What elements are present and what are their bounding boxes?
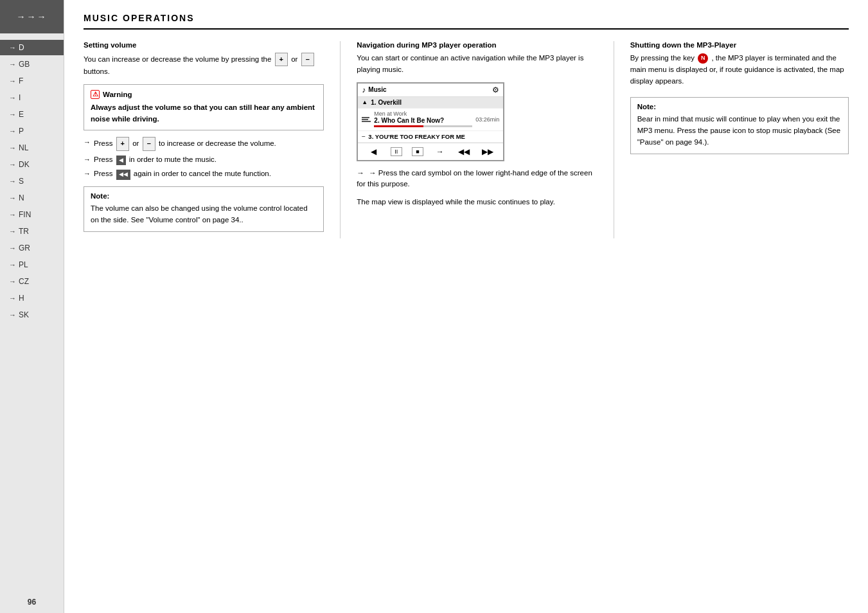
mute-icon: ◀ <box>116 155 126 166</box>
note-box-left: Note: The volume can also be changed usi… <box>84 186 324 232</box>
track2-progress-bar <box>374 125 472 127</box>
mp3-screen: ♪ Music ⚙ ▲ 1. Overkill <box>357 82 504 161</box>
sidebar-label-s: S <box>19 177 24 186</box>
key-icon: N <box>698 53 708 64</box>
sidebar-arrow-h: → <box>9 294 16 302</box>
nav-press-detail: → Press the card symbol on the lower rig… <box>357 169 592 188</box>
sidebar-label-f: F <box>19 76 23 85</box>
sidebar-arrow-gb: → <box>9 60 16 68</box>
sidebar-arrow-e: → <box>9 111 16 118</box>
track2-progress-fill <box>374 125 423 127</box>
intro-text: You can increase or decrease the volume … <box>84 55 271 63</box>
page: →→→ → D → GB → F → I → E → <box>0 0 868 613</box>
sidebar-header: →→→ <box>0 0 64 33</box>
nav-map-text: The map view is displayed while the musi… <box>357 197 597 208</box>
note-text-left: The volume can also be changed using the… <box>91 203 317 226</box>
sidebar-item-gr[interactable]: → GR <box>0 240 64 256</box>
mute-cancel-icon: ◀◀ <box>116 170 130 180</box>
sidebar-label-e: E <box>19 110 24 119</box>
sidebar-item-fin[interactable]: → FIN <box>0 207 64 222</box>
sidebar-label-dk: DK <box>19 160 30 169</box>
col-divider-1 <box>340 41 341 238</box>
sidebar-arrow-sk: → <box>9 311 16 319</box>
columns: Setting volume You can increase or decre… <box>84 41 849 238</box>
sidebar-item-dk[interactable]: → DK <box>0 157 64 172</box>
note-title-right: Note: <box>637 103 842 111</box>
sidebar-item-gb[interactable]: → GB <box>0 57 64 72</box>
sidebar-nav: → D → GB → F → I → E → P <box>0 33 64 323</box>
eq-bar-2 <box>362 119 368 120</box>
mp3-track1: ▲ 1. Overkill <box>358 97 503 109</box>
track2-time: 03:26min <box>475 116 499 123</box>
next-track-btn[interactable]: → <box>433 146 447 157</box>
nav-press-text: → → Press the card symbol on the lower r… <box>357 168 597 191</box>
col-right: Shutting down the MP3-Player By pressing… <box>630 41 849 238</box>
sidebar-arrow-f: → <box>9 77 16 85</box>
sidebar-label-gb: GB <box>19 60 30 69</box>
bullet-2-text: Press ◀ in order to mute the music. <box>94 154 217 166</box>
note-text-right: Bear in mind that music will continue to… <box>637 114 842 148</box>
sidebar-arrow-s: → <box>9 177 16 185</box>
mp3-controls: ◀ II ■ → ◀◀ ▶▶ <box>358 143 503 160</box>
track2-artist: Men at Work <box>374 111 472 117</box>
sidebar-label-cz: CZ <box>19 277 29 286</box>
warning-icon: ⚠ <box>91 90 100 99</box>
pause-btn[interactable]: II <box>391 147 402 156</box>
press-minus-btn[interactable]: – <box>143 137 155 150</box>
sidebar-item-i[interactable]: → I <box>0 90 64 105</box>
setting-volume-intro: You can increase or decrease the volume … <box>84 53 324 78</box>
track2-name: 2. Who Can It Be Now? <box>374 117 472 124</box>
track3-name: 3. YOU'RE TOO FREAKY FOR ME <box>368 133 465 140</box>
plus-button[interactable]: + <box>275 53 288 66</box>
equalizer-icon <box>362 117 371 122</box>
sidebar-item-s[interactable]: → S <box>0 173 64 189</box>
sidebar-item-sk[interactable]: → SK <box>0 307 64 323</box>
sidebar-item-nl[interactable]: → NL <box>0 140 64 155</box>
sidebar-item-n[interactable]: → N <box>0 190 64 206</box>
sidebar-item-h[interactable]: → H <box>0 290 64 306</box>
mp3-track3: – 3. YOU'RE TOO FREAKY FOR ME <box>358 131 503 143</box>
sidebar-item-f[interactable]: → F <box>0 73 64 89</box>
shutdown-text1: By pressing the key <box>630 54 695 62</box>
sidebar-item-pl[interactable]: → PL <box>0 257 64 272</box>
stop-btn[interactable]: ■ <box>412 147 423 156</box>
col-left: Setting volume You can increase or decre… <box>84 41 324 238</box>
minus-button[interactable]: – <box>301 53 314 66</box>
prev-track-btn[interactable]: ◀ <box>367 146 381 157</box>
music-label: Music <box>368 86 386 93</box>
sidebar-item-p[interactable]: → P <box>0 123 64 139</box>
sidebar-item-d[interactable]: → D <box>0 40 64 55</box>
sidebar-arrow-pl: → <box>9 261 16 269</box>
sidebar-arrow-dk: → <box>9 161 16 168</box>
sidebar-label-pl: PL <box>19 260 28 269</box>
shutdown-text: By pressing the key N , the MP3 player i… <box>630 53 849 87</box>
sidebar-label-p: P <box>19 127 24 136</box>
sidebar-item-cz[interactable]: → CZ <box>0 274 64 289</box>
bullet-3-text: Press ◀◀ again in order to cancel the mu… <box>94 168 271 180</box>
col-mid: Navigation during MP3 player operation Y… <box>357 41 597 238</box>
bullet-1-text: Press + or – to increase or decrease the… <box>94 137 276 150</box>
bullet-list: → Press + or – to increase or decrease t… <box>84 137 324 180</box>
eq-bar-1 <box>362 117 369 118</box>
press-plus-btn[interactable]: + <box>116 137 129 150</box>
page-title: MUSIC OPERATIONS <box>84 13 849 30</box>
sidebar-arrow-cz: → <box>9 278 16 285</box>
note-title-left: Note: <box>91 192 317 200</box>
warning-box: ⚠ Warning Always adjust the volume so th… <box>84 84 324 131</box>
setting-volume-title: Setting volume <box>84 41 324 49</box>
track2-info: Men at Work 2. Who Can It Be Now? <box>374 111 472 129</box>
rewind-btn[interactable]: ◀◀ <box>457 146 471 157</box>
sidebar-arrow-n: → <box>9 194 16 202</box>
col-divider-2 <box>614 41 614 238</box>
note-box-right: Note: Bear in mind that music will conti… <box>630 97 849 154</box>
warning-text: Always adjust the volume so that you can… <box>91 102 317 125</box>
eq-bar-3 <box>362 121 371 122</box>
bullet-item-2: → Press ◀ in order to mute the music. <box>84 154 324 166</box>
sidebar-item-e[interactable]: → E <box>0 107 64 122</box>
sidebar-item-tr[interactable]: → TR <box>0 224 64 239</box>
mp3-header: ♪ Music ⚙ <box>358 84 503 97</box>
sidebar-label-d: D <box>19 43 24 52</box>
fast-forward-btn[interactable]: ▶▶ <box>481 146 495 157</box>
bullet-arrow-1: → <box>84 137 91 148</box>
sidebar-arrow-tr: → <box>9 227 16 235</box>
